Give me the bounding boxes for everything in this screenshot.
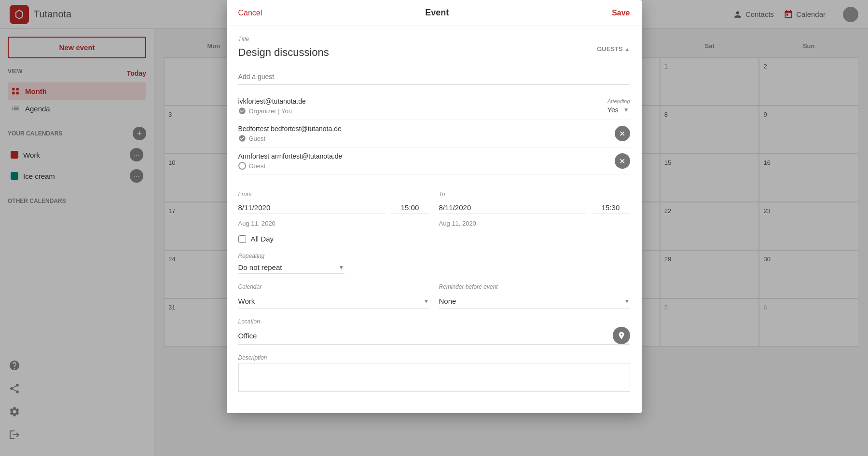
guest-bedfortest-email: Bedfortest bedfortest@tutanota.de [238,125,342,133]
add-guest-input[interactable] [238,69,630,85]
modal-title: Event [425,8,449,18]
guest-bedfortest-role-label: Guest [249,135,266,142]
to-group: To Aug 11, 2020 [439,191,630,227]
attending-select[interactable]: Yes ▼ [607,106,630,114]
guest-armfortest-role-row: Guest [238,162,343,170]
location-group: Location [238,318,630,345]
repeating-select[interactable]: Do not repeat ▼ [238,261,344,274]
to-time-input[interactable] [592,201,630,214]
pin-icon [617,331,626,340]
remove-armfortest-button[interactable]: ✕ [615,153,630,169]
to-label: To [439,191,630,198]
all-day-checkbox[interactable] [238,235,246,243]
to-date-sub: Aug 11, 2020 [439,220,630,227]
description-label: Description [238,354,630,361]
all-day-row: All Day [238,235,630,243]
title-input[interactable] [238,44,588,61]
reminder-group: Reminder before event None ▼ [439,283,630,308]
check-circle-icon [238,107,246,115]
calendar-value: Work [238,297,424,305]
attending-label: Attending [607,98,630,104]
reminder-label: Reminder before event [439,283,630,290]
from-date-sub: Aug 11, 2020 [238,220,429,227]
guests-btn-label: GUESTS [597,45,622,53]
title-field-label: Title [238,36,588,42]
guest-armfortest-info: Armfortest armfortest@tutanota.de Guest [238,152,343,170]
divider-1 [238,183,630,183]
guests-section-header: GUESTS ▲ [597,45,630,53]
guest-organizer-info: ivkfortest@tutanota.de Organizer | You [238,97,306,115]
from-group: From Aug 11, 2020 [238,191,429,227]
remove-bedfortest-button[interactable]: ✕ [615,126,630,141]
attending-chevron-icon: ▼ [623,107,629,113]
description-group: Description [238,354,630,394]
from-label: From [238,191,429,198]
save-button[interactable]: Save [612,9,630,17]
calendar-group: Calendar Work ▼ [238,283,429,308]
modal-overlay: Cancel Event Save Title GUESTS ▲ [0,0,868,456]
location-pin-button[interactable] [613,327,630,344]
datetime-row: From Aug 11, 2020 To Aug 11, 2020 [238,191,630,227]
reminder-value: None [439,297,624,305]
guest-armfortest-role-label: Guest [249,162,266,170]
location-input-row [238,327,630,345]
calendar-arrow-icon: ▼ [424,298,429,305]
cancel-button[interactable]: Cancel [238,9,262,17]
from-inputs [238,201,429,214]
title-guests-row: Title GUESTS ▲ [238,36,630,61]
guests-toggle-button[interactable]: GUESTS ▲ [597,45,630,53]
guest-bedfortest-info: Bedfortest bedfortest@tutanota.de Guest [238,125,342,142]
guest-bedfortest-role-row: Guest [238,134,342,142]
repeating-value: Do not repeat [238,263,339,271]
reminder-select[interactable]: None ▼ [439,294,630,308]
description-input[interactable] [238,363,630,392]
check-circle-icon-2 [238,134,246,142]
modal-body: Title GUESTS ▲ ivkfortest@tutanota.de [227,26,642,413]
event-modal: Cancel Event Save Title GUESTS ▲ [227,0,642,413]
repeating-arrow-icon: ▼ [339,264,344,271]
location-input[interactable] [238,329,613,343]
repeating-label: Repeating [238,253,630,259]
location-label: Location [238,318,630,325]
from-date-input[interactable] [238,201,385,214]
guest-organizer-role-label: Organizer | You [249,107,292,115]
guest-item-organizer: ivkfortest@tutanota.de Organizer | You A… [238,93,630,120]
guest-organizer-right: Attending Yes ▼ [607,98,630,114]
to-inputs [439,201,630,214]
guest-organizer-role-row: Organizer | You [238,107,306,115]
guest-armfortest-email: Armfortest armfortest@tutanota.de [238,152,343,160]
guest-organizer-email: ivkfortest@tutanota.de [238,97,306,105]
reminder-arrow-icon: ▼ [624,298,630,305]
calendar-reminder-row: Calendar Work ▼ Reminder before event No… [238,283,630,308]
modal-header: Cancel Event Save [227,0,642,26]
all-day-label: All Day [251,235,274,243]
attending-value: Yes [607,106,619,114]
guests-chevron-icon: ▲ [625,46,630,52]
circle-icon [238,162,246,170]
attending-section: Attending Yes ▼ [607,98,630,114]
from-time-input[interactable] [391,201,429,214]
calendar-field-label: Calendar [238,283,429,290]
repeating-group: Repeating Do not repeat ▼ [238,253,630,274]
title-form-group: Title [238,36,588,61]
calendar-select[interactable]: Work ▼ [238,294,429,308]
guest-item-armfortest: Armfortest armfortest@tutanota.de Guest … [238,148,630,175]
guest-item-bedfortest: Bedfortest bedfortest@tutanota.de Guest … [238,120,630,148]
to-date-input[interactable] [439,201,586,214]
